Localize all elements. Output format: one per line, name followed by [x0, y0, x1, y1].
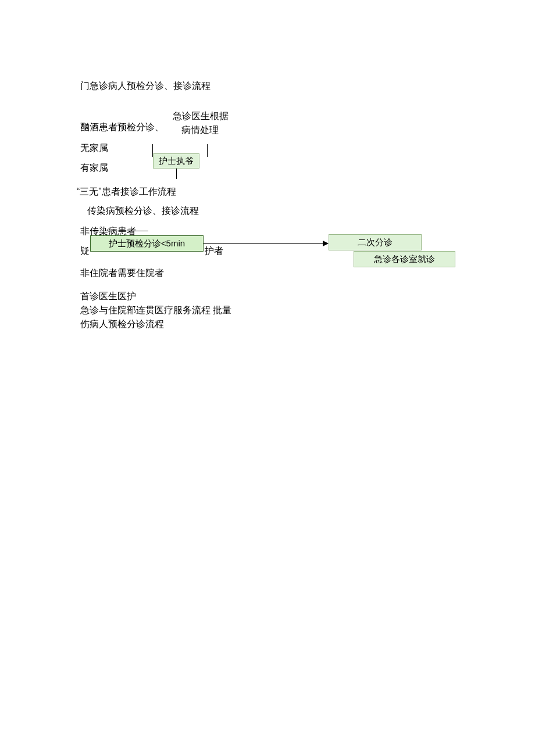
page-title: 门急诊病人预检分诊、接诊流程 — [80, 80, 211, 92]
nurse-triage-label: 护士预检分诊<5min — [109, 238, 185, 249]
continuous-service: 急诊与住院部连贯医疗服务流程 批量 — [80, 303, 231, 317]
infectious: 传染病预检分诊、接诊流程 — [87, 205, 199, 217]
second-triage-label: 二次分诊 — [358, 237, 393, 248]
nurse-exec-box: 护士执爷 — [153, 153, 199, 169]
has-family: 有家属 — [80, 162, 108, 174]
vline-below — [176, 169, 177, 179]
vline-right-1 — [207, 144, 208, 157]
no-family: 无家属 — [80, 142, 108, 155]
emergency-rooms-box: 急诊各诊室就诊 — [354, 251, 455, 267]
drunk-patient: 酗酒患者预检分诊、 — [80, 121, 164, 134]
bottom-block: 首诊医生医护 急诊与住院部连贯医疗服务流程 批量 伤病人预检分诊流程 — [80, 289, 231, 331]
suspected-partial: 疑 — [80, 245, 90, 257]
nurse-triage-box: 护士预检分诊<5min — [90, 235, 204, 252]
first-doctor: 首诊医生医护 — [80, 289, 231, 303]
arrow-main-head — [323, 241, 329, 246]
strike-line-1 — [90, 231, 148, 231]
doctor-note-line2: 病情处理 — [181, 124, 219, 137]
arrow-main — [204, 243, 324, 244]
emergency-rooms-label: 急诊各诊室就诊 — [374, 254, 435, 265]
three-no: “三无”患者接诊工作流程 — [77, 186, 176, 198]
suspected-suffix: 护者 — [205, 245, 223, 257]
mass-casualty: 伤病人预检分诊流程 — [80, 317, 231, 331]
second-triage-box: 二次分诊 — [329, 234, 422, 250]
nurse-exec-label: 护士执爷 — [159, 156, 194, 167]
doctor-note-line1: 急诊医生根据 — [173, 110, 229, 123]
non-inpatient: 非住院者需要住院者 — [80, 267, 164, 280]
